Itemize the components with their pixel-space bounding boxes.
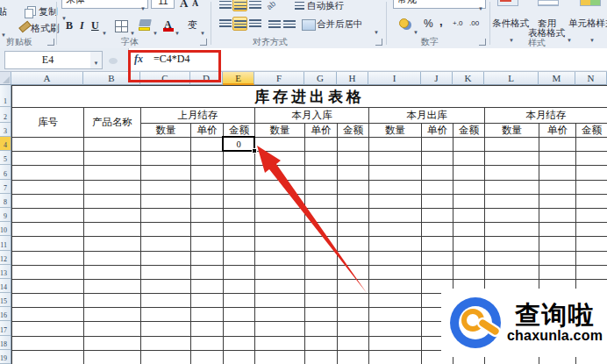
cell[interactable] xyxy=(305,152,338,166)
cell[interactable] xyxy=(191,351,224,364)
cell[interactable] xyxy=(84,266,141,280)
cell[interactable] xyxy=(84,337,141,351)
cell[interactable] xyxy=(453,181,485,195)
cell[interactable] xyxy=(369,252,422,266)
cell[interactable] xyxy=(369,195,422,209)
orientation-icon[interactable]: ab xyxy=(265,0,277,11)
row-header-10[interactable]: 10 xyxy=(0,222,11,236)
cell-styles-dropdown-icon[interactable] xyxy=(589,30,595,46)
grow-font-button[interactable]: A xyxy=(180,0,188,11)
cell[interactable] xyxy=(338,195,369,209)
row-header-13[interactable]: 13 xyxy=(0,265,11,279)
cell[interactable] xyxy=(191,266,224,280)
cell[interactable] xyxy=(305,252,338,266)
cell[interactable] xyxy=(255,209,305,223)
cell[interactable] xyxy=(539,181,576,195)
row-header-14[interactable]: 14 xyxy=(0,279,11,293)
cell[interactable] xyxy=(141,138,191,152)
cell[interactable] xyxy=(485,195,539,209)
cell[interactable] xyxy=(224,280,255,294)
align-middle-button[interactable] xyxy=(232,0,247,11)
cell[interactable] xyxy=(369,280,422,294)
column-header-J[interactable]: J xyxy=(421,72,453,85)
accounting-dropdown-icon[interactable] xyxy=(413,22,418,38)
cell[interactable] xyxy=(305,181,338,195)
cell[interactable] xyxy=(84,152,141,166)
cell[interactable] xyxy=(84,322,141,336)
cell[interactable] xyxy=(338,166,369,180)
cell[interactable] xyxy=(576,252,607,266)
underline-button[interactable]: U xyxy=(91,19,99,32)
sub-header[interactable]: 单价 xyxy=(191,124,224,138)
sub-header[interactable]: 金额 xyxy=(338,124,369,138)
cell[interactable] xyxy=(369,237,422,251)
merge-center-button[interactable]: 合并后居中 xyxy=(317,18,363,31)
cell[interactable] xyxy=(255,152,305,166)
comma-style-button[interactable]: , xyxy=(439,15,443,28)
font-name-combo[interactable]: 宋体 xyxy=(61,0,148,9)
cell[interactable] xyxy=(141,152,191,166)
cell[interactable] xyxy=(141,223,191,237)
number-format-dropdown-icon[interactable] xyxy=(478,2,483,12)
cell[interactable] xyxy=(84,237,141,251)
align-center-button[interactable] xyxy=(232,17,247,31)
row-header-1[interactable]: 1 xyxy=(0,85,11,107)
column-header-K[interactable]: K xyxy=(453,72,484,85)
cell[interactable] xyxy=(338,280,369,294)
cell[interactable] xyxy=(453,266,485,280)
cell[interactable] xyxy=(422,138,453,152)
cell[interactable] xyxy=(12,237,84,251)
conditional-format-button[interactable]: 条件格式 xyxy=(492,18,529,30)
cell[interactable] xyxy=(12,280,84,294)
cell[interactable] xyxy=(338,209,369,223)
cell[interactable] xyxy=(224,166,255,180)
cell[interactable] xyxy=(422,166,453,180)
cell[interactable] xyxy=(224,181,255,195)
group-label[interactable]: 本月入库 xyxy=(255,108,369,124)
cell[interactable] xyxy=(422,252,453,266)
cell[interactable] xyxy=(422,181,453,195)
cell[interactable] xyxy=(338,138,369,152)
cell[interactable] xyxy=(255,308,305,322)
cell[interactable] xyxy=(141,209,191,223)
cell[interactable] xyxy=(224,308,255,322)
sub-header[interactable]: 数量 xyxy=(369,124,422,138)
cell[interactable] xyxy=(12,166,84,180)
decrease-decimal-button[interactable]: .00 xyxy=(469,19,479,27)
cell[interactable] xyxy=(255,237,305,251)
alignment-dialog-launcher-icon[interactable] xyxy=(375,39,382,46)
cell[interactable] xyxy=(84,294,141,308)
cell[interactable] xyxy=(539,252,576,266)
cell[interactable] xyxy=(12,351,84,364)
cell[interactable] xyxy=(338,252,369,266)
cell[interactable] xyxy=(338,152,369,166)
cell[interactable] xyxy=(453,223,485,237)
wrap-text-button[interactable]: 自动换行 xyxy=(307,0,344,12)
cell[interactable] xyxy=(224,195,255,209)
cell[interactable] xyxy=(453,209,485,223)
cell[interactable] xyxy=(539,166,576,180)
phonetic-button[interactable]: 变 xyxy=(188,18,197,32)
cell[interactable] xyxy=(12,294,84,308)
group-label[interactable]: 本月出库 xyxy=(369,108,485,124)
cell[interactable] xyxy=(576,209,607,223)
column-header-L[interactable]: L xyxy=(484,72,539,85)
cell[interactable] xyxy=(224,294,255,308)
sub-header[interactable]: 金额 xyxy=(576,124,607,138)
column-header-A[interactable]: A xyxy=(11,72,83,85)
cell[interactable] xyxy=(84,181,141,195)
cell[interactable] xyxy=(485,209,539,223)
row-header-6[interactable]: 6 xyxy=(0,165,11,179)
row-header-4[interactable]: 4 xyxy=(0,137,11,151)
cell[interactable] xyxy=(191,237,224,251)
cell[interactable] xyxy=(191,322,224,336)
cell[interactable] xyxy=(224,337,255,351)
group-label[interactable]: 本月结存 xyxy=(485,108,607,124)
underline-dropdown-icon[interactable] xyxy=(102,23,107,39)
cell[interactable] xyxy=(191,223,224,237)
font-name-dropdown-icon[interactable] xyxy=(140,2,146,12)
cell[interactable] xyxy=(485,166,539,180)
cell[interactable] xyxy=(255,322,305,336)
cell[interactable] xyxy=(255,195,305,209)
cell[interactable] xyxy=(539,266,576,280)
